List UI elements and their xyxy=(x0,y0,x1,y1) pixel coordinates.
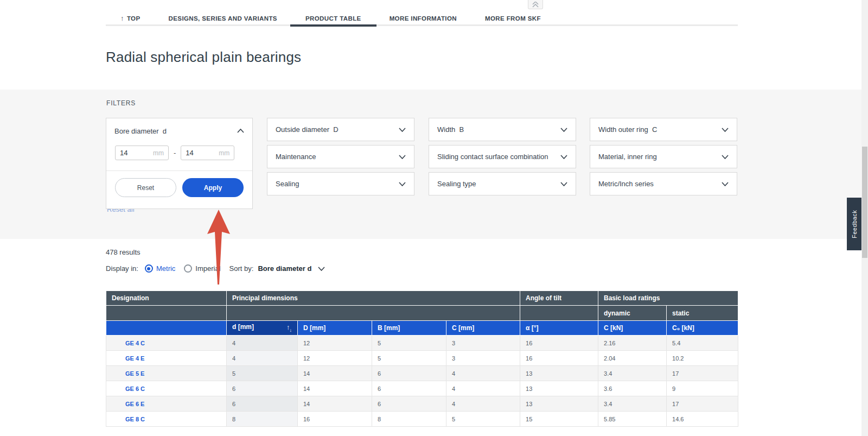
nav-tabs: ↑ TOP DESIGNS, SERIES AND VARIANTS PRODU… xyxy=(120,14,541,22)
cell-c_dyn: 2.16 xyxy=(598,336,667,351)
cell-B: 6 xyxy=(372,381,446,396)
designation-link[interactable]: GE 4 C xyxy=(125,340,145,346)
filter-material-inner-ring[interactable]: Material, inner ring xyxy=(590,145,737,168)
chevron-down-icon[interactable] xyxy=(318,267,325,271)
filter-metric-inch-series[interactable]: Metric/Inch series xyxy=(590,172,737,195)
column-C[interactable]: C [mm] xyxy=(446,321,520,336)
subheader-blank xyxy=(227,306,520,321)
tab-top[interactable]: ↑ TOP xyxy=(120,14,141,22)
cell-c0_stat: 10.2 xyxy=(667,351,738,366)
product-table: Designation Principal dimensions Angle o… xyxy=(106,290,738,427)
chevron-down-icon xyxy=(399,128,406,132)
top-nav: ↑ TOP DESIGNS, SERIES AND VARIANTS PRODU… xyxy=(0,0,861,37)
bore-range-inputs: mm - mm xyxy=(106,143,252,160)
filter-sealing[interactable]: Sealing xyxy=(267,172,414,195)
feedback-tab[interactable]: Feedback xyxy=(847,198,862,250)
filter-outside-diameter[interactable]: Outside diameter D xyxy=(267,118,414,141)
group-designation: Designation xyxy=(106,291,227,306)
designation-link[interactable]: GE 5 E xyxy=(125,370,144,377)
chevron-down-icon xyxy=(722,182,729,186)
range-separator: - xyxy=(174,149,176,157)
cell-d: 6 xyxy=(227,396,298,412)
designation-cell: GE 4 E xyxy=(106,351,227,366)
filters-heading: FILTERS xyxy=(106,99,136,107)
tab-designs-series-variants[interactable]: DESIGNS, SERIES AND VARIANTS xyxy=(169,15,277,22)
results-count: 478 results xyxy=(106,248,141,256)
cell-B: 8 xyxy=(372,412,446,427)
filter-sealing-type[interactable]: Sealing type xyxy=(429,172,576,195)
nav-divider xyxy=(106,24,738,26)
designation-link[interactable]: GE 6 C xyxy=(125,386,145,392)
bore-max-field: mm xyxy=(181,146,234,160)
designation-link[interactable]: GE 4 E xyxy=(125,355,144,362)
cell-C: 3 xyxy=(446,351,520,366)
cell-D: 14 xyxy=(298,381,372,396)
bore-diameter-filter-toggle[interactable]: Bore diameter d xyxy=(106,118,252,143)
designation-cell: GE 4 C xyxy=(106,336,227,351)
chevron-down-icon xyxy=(560,182,567,186)
cell-B: 5 xyxy=(372,351,446,366)
metric-radio[interactable] xyxy=(145,264,153,273)
column-designation-blank xyxy=(106,321,227,336)
scrollbar-track[interactable] xyxy=(861,0,868,436)
cell-alpha: 13 xyxy=(520,396,598,412)
subheader-blank xyxy=(106,306,227,321)
metric-label[interactable]: Metric xyxy=(156,264,175,273)
double-chevron-up-icon xyxy=(532,2,539,8)
scrollbar-thumb[interactable] xyxy=(862,147,867,258)
table-row: GE 5 E51464133.417 xyxy=(106,366,738,381)
annotation-arrow-to-apply xyxy=(197,208,240,286)
column-B[interactable]: B [mm] xyxy=(372,321,446,336)
bore-max-input[interactable] xyxy=(186,149,210,157)
table-row: GE 4 E41253162.0410.2 xyxy=(106,351,738,366)
cell-D: 12 xyxy=(298,351,372,366)
apply-button[interactable]: Apply xyxy=(182,178,244,197)
arrow-up-icon: ↑ xyxy=(120,14,124,22)
subheader-static: static xyxy=(667,306,738,321)
column-alpha[interactable]: α [°] xyxy=(520,321,598,336)
table-subheader-row: dynamic static xyxy=(106,306,738,321)
group-basic-load-ratings: Basic load ratings xyxy=(598,291,738,306)
imperial-radio[interactable] xyxy=(184,264,192,273)
bore-min-input[interactable] xyxy=(120,149,145,157)
bore-diameter-filter-panel: Bore diameter d mm - mm Reset App xyxy=(106,118,253,209)
table-row: GE 4 C41253162.165.4 xyxy=(106,336,738,351)
cell-B: 6 xyxy=(372,366,446,381)
group-angle-of-tilt: Angle of tilt xyxy=(520,291,598,306)
bore-min-field: mm xyxy=(115,146,169,160)
filter-width-b[interactable]: Width B xyxy=(429,118,576,141)
cell-C: 4 xyxy=(446,381,520,396)
reset-button[interactable]: Reset xyxy=(115,178,176,197)
designation-cell: GE 6 C xyxy=(106,381,227,396)
tab-more-information[interactable]: MORE INFORMATION xyxy=(390,15,457,22)
designation-link[interactable]: GE 6 E xyxy=(125,401,144,407)
sort-icon[interactable]: ↑↓ xyxy=(286,323,292,332)
column-C-dynamic[interactable]: C [kN] xyxy=(598,321,667,336)
filter-width-outer-ring[interactable]: Width outer ring C xyxy=(590,118,737,141)
cell-alpha: 15 xyxy=(520,412,598,427)
chevron-down-icon xyxy=(560,128,567,132)
designation-link[interactable]: GE 8 C xyxy=(125,416,145,422)
filter-sliding-contact-surface[interactable]: Sliding contact surface combination xyxy=(429,145,576,168)
chevron-down-icon xyxy=(722,155,729,159)
chevron-down-icon xyxy=(399,155,406,159)
column-d[interactable]: d [mm] ↑↓ xyxy=(227,321,298,336)
cell-d: 5 xyxy=(227,366,298,381)
tab-more-from-skf[interactable]: MORE FROM SKF xyxy=(485,15,541,22)
table-column-header-row: d [mm] ↑↓ D [mm] B [mm] C [mm] α [°] C [… xyxy=(106,321,738,336)
cell-d: 8 xyxy=(227,412,298,427)
cell-c_dyn: 2.04 xyxy=(598,351,667,366)
column-D[interactable]: D [mm] xyxy=(298,321,372,336)
sort-by-value[interactable]: Bore diameter d xyxy=(258,264,311,273)
bore-min-unit: mm xyxy=(153,149,164,157)
tab-product-table[interactable]: PRODUCT TABLE xyxy=(305,15,361,22)
chevron-down-icon xyxy=(399,182,406,186)
filter-maintenance[interactable]: Maintenance xyxy=(267,145,414,168)
tab-top-label: TOP xyxy=(127,15,141,22)
collapse-nav-button[interactable] xyxy=(528,0,543,9)
page-title: Radial spherical plain bearings xyxy=(106,49,301,66)
table-row: GE 6 E61464133.417 xyxy=(106,396,738,412)
cell-D: 14 xyxy=(298,396,372,412)
column-C0-static[interactable]: C₀ [kN] xyxy=(667,321,738,336)
chevron-down-icon xyxy=(560,155,567,159)
